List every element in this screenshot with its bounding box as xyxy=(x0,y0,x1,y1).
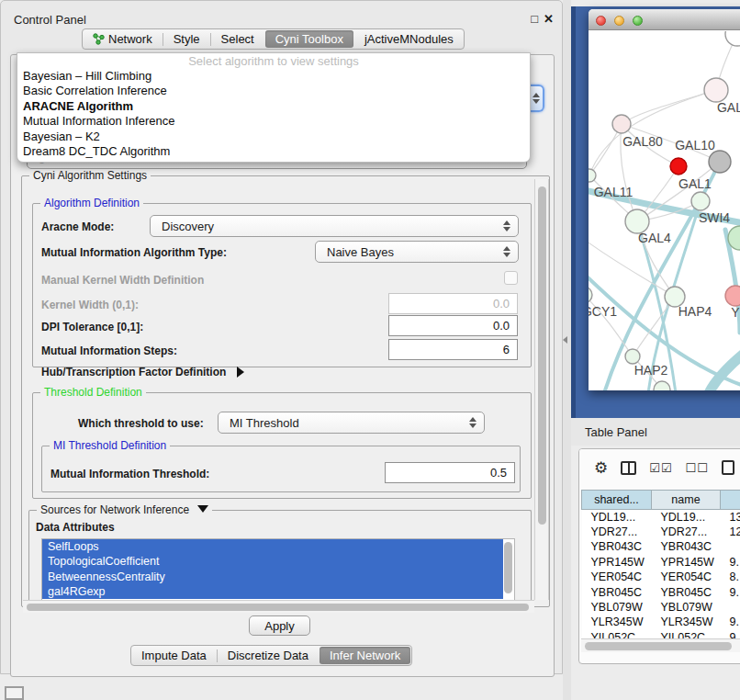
table-row[interactable]: YDR27...YDR27...12 xyxy=(582,525,740,539)
kernel-width-field[interactable]: 0.0 xyxy=(388,293,518,314)
attribute-list-item[interactable]: SelfLoops xyxy=(42,539,503,554)
column-header-shared-name[interactable]: shared... xyxy=(582,491,652,510)
settings-vscrollbar-thumb[interactable] xyxy=(538,186,546,525)
dropdown-item[interactable]: Basic Correlation Inference xyxy=(17,84,530,98)
float-window-icon[interactable]: □ xyxy=(531,12,538,26)
cyni-bottom-tabbar: Impute Data Discretize Data Infer Networ… xyxy=(130,645,412,666)
tab-impute-data[interactable]: Impute Data xyxy=(131,647,217,664)
network-edge[interactable] xyxy=(589,90,716,175)
tab-network[interactable]: Network xyxy=(83,30,163,48)
sources-title: Sources for Network Inference xyxy=(40,503,189,516)
table-cell: YIL052C xyxy=(652,630,721,638)
minimize-traffic-light[interactable] xyxy=(614,16,624,26)
table-row[interactable]: YER054CYER054C8. xyxy=(582,570,740,584)
table-row[interactable]: YDL19...YDL19...13 xyxy=(582,510,740,525)
aracne-mode-combo[interactable]: Discovery xyxy=(150,215,519,237)
data-attributes-list[interactable]: SelfLoopsTopologicalCoefficientBetweenne… xyxy=(41,538,515,603)
network-node-label: GAL11 xyxy=(594,185,633,199)
group-title: Threshold Definition xyxy=(40,386,146,399)
collapsed-panel-icon[interactable] xyxy=(5,686,24,700)
select-all-rows-icon[interactable]: ☑☑ xyxy=(649,461,672,475)
settings-hscrollbar-thumb[interactable] xyxy=(27,604,529,611)
table-cell xyxy=(721,539,740,554)
panel-splitter[interactable] xyxy=(563,0,571,700)
network-node-hap2[interactable] xyxy=(625,349,640,364)
tab-select[interactable]: Select xyxy=(211,30,264,48)
which-threshold-combo[interactable]: MI Threshold xyxy=(218,412,485,434)
table-row[interactable]: YBR045CYBR045C9. xyxy=(582,584,740,599)
attribute-list-item[interactable]: TopologicalCoefficient xyxy=(42,554,503,569)
attribute-list-item[interactable]: gal4RGexp xyxy=(42,584,503,599)
sources-toggle[interactable]: Sources for Network Inference xyxy=(37,503,212,516)
network-node-gal1[interactable] xyxy=(691,192,710,210)
dropdown-item[interactable]: Mutual Information Inference xyxy=(17,114,530,129)
table-row[interactable]: YBL079WYBL079W xyxy=(582,600,740,615)
algorithm-combo-arrow[interactable] xyxy=(530,85,544,112)
which-threshold-label: Which threshold to use: xyxy=(78,417,204,430)
network-node[interactable] xyxy=(725,31,740,46)
network-window-titlebar[interactable] xyxy=(589,9,740,30)
tab-discretize-data[interactable]: Discretize Data xyxy=(218,647,319,664)
new-table-doc-icon[interactable] xyxy=(722,460,734,475)
zoom-traffic-light[interactable] xyxy=(633,16,643,26)
table-row[interactable]: YPR145WYPR145W9. xyxy=(582,555,740,570)
table-cell xyxy=(721,600,740,615)
deselect-all-rows-icon[interactable]: ☐☐ xyxy=(686,461,709,475)
hub-definition-toggle[interactable]: Hub/Transcription Factor Definition xyxy=(41,366,244,378)
hub-definition-label: Hub/Transcription Factor Definition xyxy=(41,366,226,378)
manual-kernel-checkbox[interactable] xyxy=(504,271,518,285)
table-row[interactable]: YIL052CYIL052C9 xyxy=(582,630,740,638)
column-header-name[interactable]: name xyxy=(652,491,721,510)
network-node-gal11[interactable] xyxy=(589,169,596,182)
settings-vscrollbar[interactable] xyxy=(534,179,549,600)
mi-steps-field[interactable]: 6 xyxy=(388,339,518,360)
dpi-tolerance-field[interactable]: 0.0 xyxy=(388,315,518,336)
mi-type-combo[interactable]: Naive Bayes xyxy=(315,241,519,263)
dropdown-item[interactable]: Dream8 DC_TDC Algorithm xyxy=(17,144,530,159)
network-node[interactable] xyxy=(670,158,687,175)
combo-spinner-icon xyxy=(469,417,477,428)
tab-label: Select xyxy=(221,32,254,46)
tab-infer-network[interactable]: Infer Network xyxy=(320,647,410,664)
list-scrollbar-thumb[interactable] xyxy=(504,542,512,593)
table-settings-gear-icon[interactable]: ⚙ xyxy=(594,458,608,478)
table-row[interactable]: YBR043CYBR043C xyxy=(582,539,740,554)
column-visibility-icon[interactable] xyxy=(621,461,636,475)
dropdown-item[interactable]: Bayesian – Hill Climbing xyxy=(17,69,530,84)
mi-steps-label: Mutual Information Steps: xyxy=(41,344,177,357)
table-cell: 8. xyxy=(721,570,740,584)
dropdown-item[interactable]: Bayesian – K2 xyxy=(17,130,530,144)
network-node-gal[interactable] xyxy=(704,78,728,102)
tab-cyni-toolbox[interactable]: Cyni Toolbox xyxy=(265,30,353,48)
column-header-clipped[interactable] xyxy=(721,491,740,510)
tab-label: Discretize Data xyxy=(228,649,308,662)
close-window-icon[interactable]: ✕ xyxy=(544,12,554,26)
aracne-mode-label: Aracne Mode: xyxy=(41,220,114,233)
table-cell: YBR043C xyxy=(652,539,721,554)
mi-threshold-field[interactable]: 0.5 xyxy=(385,462,515,483)
network-node-label: GAL10 xyxy=(675,138,715,152)
settings-hscrollbar[interactable] xyxy=(23,600,534,613)
network-node-label: GAL1 xyxy=(678,176,712,191)
table-hscrollbar[interactable] xyxy=(581,638,740,652)
table-hscrollbar-thumb[interactable] xyxy=(585,642,732,650)
tab-jactivemnodules[interactable]: jActiveMNodules xyxy=(354,30,464,48)
table-row[interactable]: YLR345WYLR345W9. xyxy=(582,615,740,629)
tab-style[interactable]: Style xyxy=(163,30,210,48)
tab-label: Infer Network xyxy=(330,649,400,662)
network-node-gal10[interactable] xyxy=(709,151,731,173)
table-scroll-area[interactable]: shared... name YDL19...YDL19...13YDR27..… xyxy=(581,490,740,638)
attribute-list-item[interactable]: BetweennessCentrality xyxy=(42,570,503,584)
table-cell: YBR043C xyxy=(582,539,652,554)
dropdown-item[interactable]: ARACNE Algorithm xyxy=(17,99,530,114)
network-canvas[interactable]: GALGAL80GAL10GAL1GAL11SWI4GAL4GCY1HAP4YH… xyxy=(589,31,740,390)
network-node-gcy1[interactable] xyxy=(589,287,592,303)
close-traffic-light[interactable] xyxy=(596,16,606,26)
node-attribute-table: shared... name YDL19...YDL19...13YDR27..… xyxy=(581,490,740,638)
apply-button[interactable]: Apply xyxy=(249,615,310,636)
splitter-collapse-icon[interactable] xyxy=(563,336,567,344)
network-node-gal80[interactable] xyxy=(612,115,631,133)
network-node-y[interactable] xyxy=(725,286,740,306)
group-title: Algorithm Definition xyxy=(40,197,143,209)
combo-spinner-icon xyxy=(533,93,540,104)
